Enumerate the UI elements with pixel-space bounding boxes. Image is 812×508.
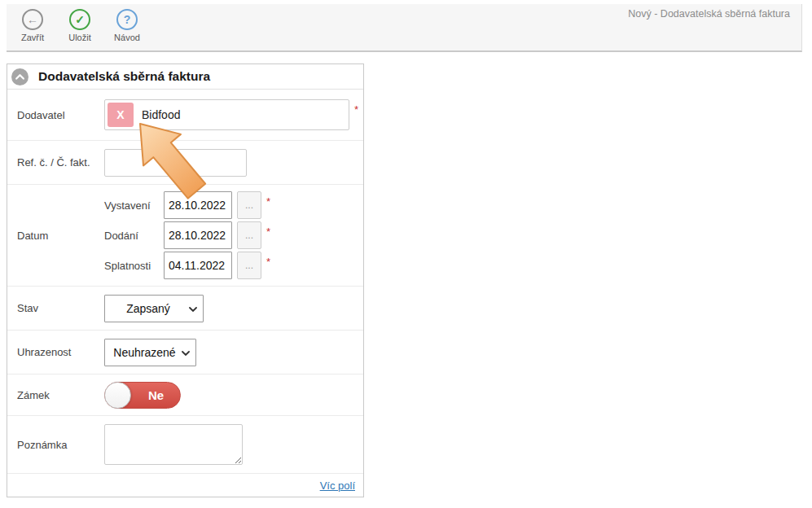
date-subrow-vystaveni: Vystavení ... * [104,191,270,219]
field-row-poznamka: Poznámka [7,416,363,474]
note-textarea[interactable] [104,424,243,465]
back-arrow-icon: ← [22,9,43,30]
save-button[interactable]: ✓ Uložit [56,9,103,42]
uhrazenost-select[interactable]: Neuhrazené [104,339,196,366]
date-subrow-dodani: Dodání ... * [104,221,270,249]
toggle-state-label: Ne [132,383,180,408]
save-button-label: Uložit [68,33,91,42]
question-icon: ? [116,9,138,30]
chevron-down-icon [182,351,190,356]
dodani-date-input[interactable] [164,221,232,249]
invoice-form-panel: Dodavatelská sběrná faktura Dodavatel X … [7,64,364,497]
page-title: Dodavatelská sběrná faktura [38,69,210,84]
dodavatel-label: Dodavatel [7,109,104,121]
chevron-up-icon [11,68,29,85]
close-button[interactable]: ← Zavřít [9,9,56,42]
lock-toggle[interactable]: Ne [104,382,181,409]
field-row-dodavatel: Dodavatel X * [7,90,363,141]
check-icon: ✓ [69,9,90,30]
chevron-down-icon [189,307,197,312]
stav-select[interactable]: Zapsaný [104,295,204,322]
poznamka-label: Poznámka [7,439,104,451]
splatnosti-label: Splatnosti [104,260,164,272]
field-row-uhrazenost: Uhrazenost Neuhrazené [7,331,363,374]
required-marker: * [266,195,270,208]
datum-label: Datum [7,230,104,242]
supplier-input[interactable] [142,108,349,121]
stav-selected-value: Zapsaný [126,302,170,315]
uhrazenost-selected-value: Neuhrazené [113,346,175,359]
field-row-ref: Ref. č. / Č. fakt. [7,141,363,185]
uhrazenost-label: Uhrazenost [7,346,104,358]
field-row-datum: Datum Vystavení ... * Dodání ... * Splat… [7,185,363,287]
supplier-input-box: X [104,99,349,130]
vystaveni-label: Vystavení [104,199,164,212]
toolbar-buttons: ← Zavřít ✓ Uložit ? Návod [9,9,151,42]
required-marker: * [266,226,270,238]
required-marker: * [266,256,270,268]
panel-header: Dodavatelská sběrná faktura [7,64,363,90]
panel-footer: Víc polí [7,474,363,497]
close-button-label: Zavřít [21,33,44,42]
dodani-label: Dodání [104,230,164,242]
toolbar: ← Zavřít ✓ Uložit ? Návod Nový - Dodavat… [7,4,802,52]
date-column: Vystavení ... * Dodání ... * Splatnosti … [104,191,270,279]
zamek-label: Zámek [7,389,104,401]
splatnosti-date-input[interactable] [164,252,232,279]
help-button-label: Návod [114,33,140,42]
field-row-zamek: Zámek Ne [7,374,363,416]
collapse-panel-button[interactable] [11,68,29,85]
clear-supplier-button[interactable]: X [108,103,134,127]
window-context-title: Nový - Dodavatelská sběrná faktura [628,8,790,20]
ref-input[interactable] [104,149,247,177]
ref-label: Ref. č. / Č. fakt. [7,156,104,169]
toggle-knob [104,382,131,409]
stav-label: Stav [7,302,104,314]
vystaveni-datepicker-button[interactable]: ... [237,191,261,219]
vystaveni-date-input[interactable] [164,191,232,219]
help-button[interactable]: ? Návod [103,9,151,42]
more-fields-link[interactable]: Víc polí [320,480,355,492]
dodani-datepicker-button[interactable]: ... [237,221,261,249]
required-marker: * [354,103,358,116]
date-subrow-splatnosti: Splatnosti ... * [104,252,270,279]
splatnosti-datepicker-button[interactable]: ... [237,252,261,279]
field-row-stav: Stav Zapsaný [7,287,363,331]
